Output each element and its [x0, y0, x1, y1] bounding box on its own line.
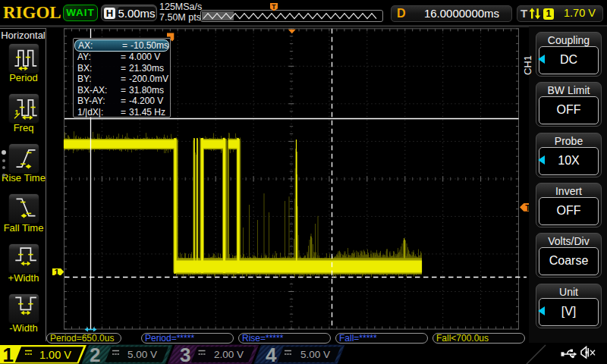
svg-text:1: 1 [55, 268, 60, 277]
svg-text:2: 2 [90, 344, 100, 364]
svg-text:1.00 V: 1.00 V [39, 349, 71, 361]
svg-text:3: 3 [180, 344, 190, 364]
svg-text:4: 4 [266, 344, 277, 364]
svg-text:T: T [272, 3, 276, 11]
svg-text:2.00 V: 2.00 V [214, 349, 244, 360]
svg-text:5.00 V: 5.00 V [127, 349, 157, 360]
svg-text:5.00 V: 5.00 V [300, 349, 330, 360]
svg-text:1: 1 [3, 344, 14, 364]
